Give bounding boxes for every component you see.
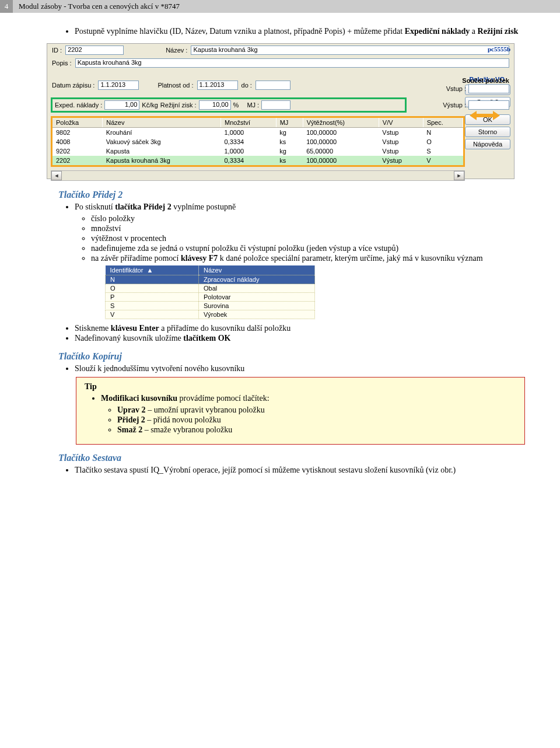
rezijni-label: Režijní zisk : [160, 102, 197, 109]
enter-text: Stiskneme klávesu Enter a přiřadíme do k… [75, 324, 525, 333]
mini-col-id[interactable]: Identifikátor ▲ [106, 265, 199, 275]
list-item: Smaž 2 – smaže vybranou položku [117, 425, 516, 435]
grid-table: Položka Název Množství MJ Výtěžnost(%) V… [52, 118, 463, 165]
mj-label: MJ : [247, 102, 259, 109]
vystup-label: Výstup : [443, 102, 466, 109]
machine-label: pc5555b [488, 46, 510, 53]
heading-pridej2: Tlačítko Přidej 2 [58, 190, 525, 200]
soucet-label: Součet položek [446, 77, 509, 84]
col-vyteznost[interactable]: Výtěžnost(%) [303, 118, 379, 128]
intro-text: Postupně vyplníme hlavičku (ID, Název, D… [75, 27, 525, 36]
tip-text: Modifikaci kusovníku provádíme pomocí tl… [101, 394, 516, 435]
heading-kopiruj: Tlačítko Kopíruj [58, 351, 525, 362]
grid-highlight: Položka Název Množství MJ Výtěžnost(%) V… [51, 116, 465, 167]
table-row[interactable]: OObal [106, 284, 315, 293]
rezijni-unit: % [233, 102, 239, 109]
id-input[interactable]: 2202 [65, 46, 124, 55]
heading-sestava: Tlačítko Sestava [58, 453, 525, 463]
id-label: ID : [52, 47, 62, 54]
popis-label: Popis : [52, 60, 72, 67]
list-item: množství [91, 224, 525, 233]
col-mj[interactable]: MJ [276, 118, 303, 128]
nazev-input[interactable]: Kapusta krouhaná 3kg [191, 46, 509, 55]
do-input[interactable] [256, 81, 290, 90]
col-vv[interactable]: V/V [379, 118, 423, 128]
tip-label: Tip [85, 382, 97, 391]
page-number: 4 [0, 0, 13, 13]
save-text: Nadefinovaný kusovník uložíme tlačítkem … [75, 334, 525, 343]
pridej2-intro: Po stisknutí tlačítka Přidej 2 vyplníme … [75, 202, 525, 263]
list-item: číslo položky [91, 214, 525, 223]
col-polozka[interactable]: Položka [52, 118, 103, 128]
list-item: nadefinujeme zda se jedná o vstupní polo… [91, 244, 525, 253]
vstup-label: Vstup : [446, 85, 466, 92]
page-title: Modul zásoby - Tvorba cen a cenových akc… [19, 2, 180, 11]
list-item: na závěr přiřadíme pomocí klávesy F7 k d… [91, 254, 525, 263]
platnost-label: Platnost od : [158, 82, 193, 89]
table-row[interactable]: 9802Krouhání1,0000kg100,00000VstupN [52, 128, 463, 138]
table-row[interactable]: SSurovina [106, 302, 315, 310]
popis-input[interactable]: Kapusta krouhaná 3kg [75, 58, 509, 68]
exped-label: Exped. náklady : [55, 102, 102, 109]
datum-input[interactable]: 1.1.2013 [98, 81, 139, 90]
kopiruj-text: Slouží k jednoduššímu vytvoření nového k… [75, 364, 525, 373]
identifikator-table: Identifikátor ▲ Název NZpracovací náklad… [105, 265, 315, 319]
sestava-text: Tlačítko sestava spustí IQ_Výrobní opera… [75, 466, 525, 475]
table-row[interactable]: PPolotovar [106, 293, 315, 302]
tip-box: Tip Modifikaci kusovníku provádíme pomoc… [76, 377, 525, 445]
napoveda-button[interactable]: Nápověda [465, 139, 510, 149]
exped-input[interactable]: 1,00 [104, 100, 139, 110]
scrollbar[interactable]: ◄ ► [51, 170, 465, 181]
scroll-left-icon[interactable]: ◄ [51, 171, 62, 180]
storno-button[interactable]: Storno [465, 127, 510, 137]
col-spec[interactable]: Spec. [423, 118, 463, 128]
list-item: výtěžnost v procentech [91, 234, 525, 243]
table-row[interactable]: 2202Kapusta krouhaná 3kg0,3334ks100,0000… [52, 156, 463, 165]
green-highlight: Exped. náklady : 1,00 Kč/kg Režijní zisk… [51, 97, 407, 113]
datum-label: Datum zápisu : [52, 82, 94, 89]
do-label: do : [242, 82, 252, 89]
table-row[interactable]: NZpracovací náklady [106, 275, 315, 284]
nazev-label: Název : [166, 47, 187, 54]
vstup-input[interactable] [468, 84, 509, 93]
mini-col-nazev[interactable]: Název [199, 265, 315, 275]
list-item: Uprav 2 – umožní upravit vybranou položk… [117, 406, 516, 415]
rezijni-input[interactable]: 10,00 [199, 100, 231, 110]
scroll-right-icon[interactable]: ► [454, 171, 464, 180]
platnost-input[interactable]: 1.1.2013 [197, 81, 238, 90]
col-mnozstvi[interactable]: Množství [221, 118, 276, 128]
app-window: pc5555b ID : 2202 Název : Kapusta krouha… [47, 43, 514, 179]
table-row[interactable]: 4008Vakuový sáček 3kg0,3334ks100,00000Vs… [52, 137, 463, 146]
table-row[interactable]: 9202Kapusta1,0000kg65,00000VstupS [52, 146, 463, 156]
table-row[interactable]: VVýrobek [106, 310, 315, 319]
vystup-input[interactable] [468, 100, 509, 110]
exped-unit: Kč/kg [142, 102, 158, 109]
header-bar: 4 Modul zásoby - Tvorba cen a cenových a… [0, 0, 560, 13]
list-item: Přidej 2 – přidá novou položku [117, 415, 516, 425]
mj-input[interactable] [261, 100, 290, 110]
double-arrow-icon [470, 111, 500, 120]
col-nazev[interactable]: Název [103, 118, 221, 128]
